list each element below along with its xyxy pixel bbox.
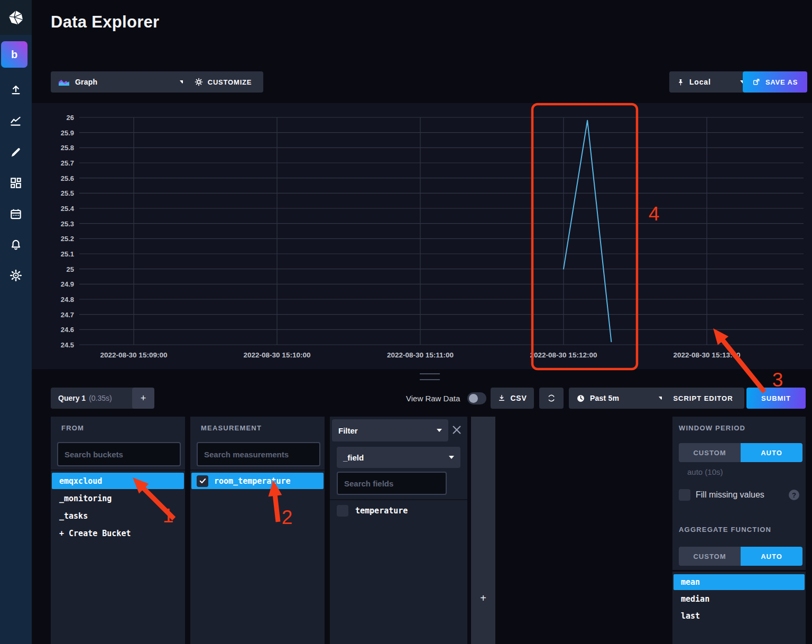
local-label: Local: [689, 78, 711, 86]
divider: [672, 570, 806, 572]
window-period-panel: WINDOW PERIOD CUSTOM AUTO auto (10s) Fil…: [672, 417, 806, 644]
sidebar: b: [0, 0, 32, 644]
time-range-label: Past 5m: [590, 394, 619, 402]
window-period-hint: auto (10s): [687, 467, 723, 476]
customize-label: CUSTOMIZE: [208, 78, 252, 86]
aggregate-custom-button[interactable]: CUSTOM: [679, 547, 741, 566]
csv-button[interactable]: CSV: [491, 388, 534, 409]
window-period-header: WINDOW PERIOD: [679, 424, 745, 432]
measurement-item-room-temperature[interactable]: room_temperature: [191, 473, 324, 489]
time-range-dropdown[interactable]: Past 5m: [569, 388, 671, 409]
resize-handle[interactable]: [420, 373, 440, 380]
add-filter-card-column[interactable]: +: [471, 417, 495, 644]
checkbox-unchecked-icon[interactable]: [679, 489, 690, 501]
measurement-list: room_temperature: [190, 472, 325, 490]
view-raw-data-toggle[interactable]: [467, 392, 486, 404]
save-as-label: SAVE AS: [765, 78, 798, 86]
refresh-icon: [547, 393, 556, 403]
avatar-letter: b: [11, 49, 17, 61]
chevron-down-icon: [449, 456, 454, 459]
query-tab[interactable]: Query 1 (0.35s): [51, 388, 144, 409]
aggregate-function-header: AGGREGATE FUNCTION: [679, 526, 771, 533]
aggregate-function-list: mean median last: [672, 573, 806, 625]
submit-button[interactable]: SUBMIT: [746, 388, 806, 409]
export-icon: [752, 78, 761, 86]
upload-icon[interactable]: [0, 79, 32, 100]
notebooks-icon[interactable]: [0, 142, 32, 163]
help-icon[interactable]: ?: [789, 490, 799, 500]
alerts-icon[interactable]: [0, 234, 32, 255]
fields-search: [337, 472, 447, 495]
save-as-button[interactable]: SAVE AS: [743, 71, 807, 93]
query-duration: (0.35s): [89, 394, 112, 402]
dashboards-icon[interactable]: [0, 172, 32, 194]
filter-panel: Filter _field temperature: [330, 417, 467, 644]
pin-icon: [677, 78, 685, 86]
view-type-label: Graph: [75, 78, 97, 86]
chevron-down-icon: [437, 429, 442, 432]
org-avatar[interactable]: b: [1, 41, 27, 68]
local-dropdown[interactable]: Local: [669, 71, 753, 93]
close-icon[interactable]: [451, 424, 463, 436]
fields-list: temperature: [330, 501, 467, 520]
aggregate-toggle: CUSTOM AUTO: [679, 547, 802, 566]
tasks-icon[interactable]: [0, 204, 32, 225]
customize-button[interactable]: CUSTOMIZE: [183, 71, 263, 93]
graph-type-icon: [58, 78, 70, 86]
from-panel: FROM emqxcloud _monitoring _tasks + Crea…: [51, 417, 185, 644]
aggregate-item-last[interactable]: last: [673, 608, 805, 624]
query-tab-label: Query 1: [58, 394, 86, 402]
divider: [51, 470, 185, 471]
add-query-button[interactable]: +: [132, 388, 154, 409]
chart-canvas[interactable]: [32, 103, 812, 369]
window-period-custom-button[interactable]: CUSTOM: [679, 443, 741, 462]
field-key-label: _field: [343, 453, 364, 462]
divider: [190, 470, 325, 471]
aggregate-item-mean[interactable]: mean: [673, 574, 805, 590]
graphs-icon[interactable]: [0, 111, 32, 132]
download-icon: [497, 394, 506, 402]
divider: [330, 499, 467, 500]
page-title: Data Explorer: [51, 13, 159, 32]
influxdb-logo[interactable]: [0, 0, 32, 35]
toggle-knob: [469, 394, 478, 403]
create-bucket-button[interactable]: + Create Bucket: [52, 525, 184, 541]
measurement-panel: MEASUREMENT room_temperature: [190, 417, 325, 644]
csv-label: CSV: [510, 394, 527, 402]
measurement-search: [197, 442, 320, 466]
checkbox-unchecked-icon[interactable]: [337, 505, 348, 517]
bucket-item-emqxcloud[interactable]: emqxcloud: [52, 473, 184, 489]
bucket-item-tasks[interactable]: _tasks: [52, 508, 184, 524]
measurement-search-input[interactable]: [198, 450, 319, 459]
data-explorer-page: b: [0, 0, 812, 644]
bucket-item-monitoring[interactable]: _monitoring: [52, 490, 184, 507]
view-type-dropdown[interactable]: Graph: [51, 71, 192, 93]
filter-type-dropdown[interactable]: Filter: [332, 419, 448, 441]
window-period-toggle: CUSTOM AUTO: [679, 443, 802, 462]
checkbox-checked-icon[interactable]: [197, 475, 208, 487]
from-header: FROM: [61, 424, 84, 432]
refresh-button[interactable]: [539, 388, 564, 409]
bucket-search-input[interactable]: [58, 450, 180, 459]
aggregate-item-median[interactable]: median: [673, 591, 805, 607]
script-editor-button[interactable]: SCRIPT EDITOR: [662, 388, 744, 409]
settings-icon[interactable]: [0, 265, 32, 286]
measurement-header: MEASUREMENT: [201, 424, 262, 432]
gear-icon: [195, 78, 203, 86]
bucket-search: [57, 442, 181, 466]
clock-icon: [576, 394, 585, 403]
field-key-dropdown[interactable]: _field: [337, 447, 460, 468]
fields-search-input[interactable]: [338, 479, 446, 488]
bucket-list: emqxcloud _monitoring _tasks + Create Bu…: [51, 472, 185, 542]
add-filter-card-button[interactable]: +: [471, 592, 495, 604]
fill-missing-values-label: Fill missing values: [696, 490, 764, 500]
fill-missing-values-row: Fill missing values ?: [679, 489, 799, 501]
view-raw-data-label: View Raw Data: [406, 388, 460, 409]
aggregate-auto-button[interactable]: AUTO: [741, 547, 802, 566]
filter-label: Filter: [338, 426, 358, 435]
window-period-auto-button[interactable]: AUTO: [741, 443, 802, 462]
field-item-temperature[interactable]: temperature: [331, 502, 466, 519]
